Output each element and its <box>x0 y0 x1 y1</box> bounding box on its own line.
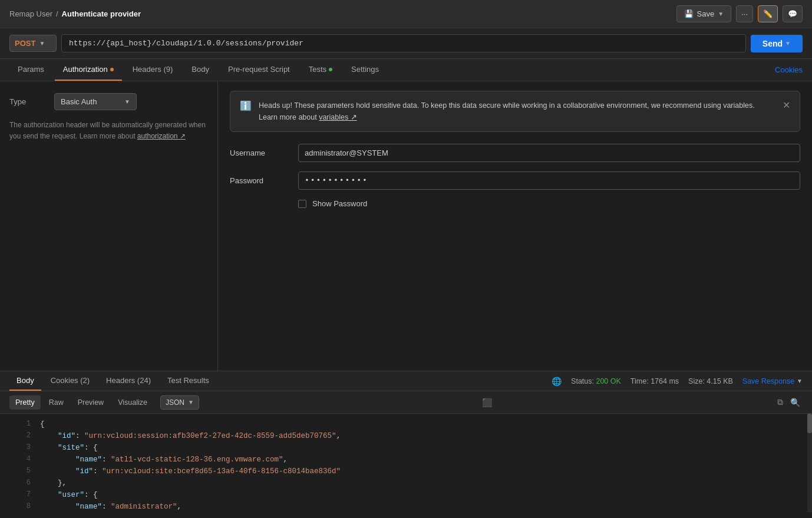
tab-body[interactable]: Body <box>183 59 217 81</box>
password-input[interactable] <box>298 171 800 190</box>
auth-description: The authorization header will be automat… <box>9 120 208 142</box>
show-password-row: Show Password <box>298 199 800 208</box>
show-password-checkbox[interactable] <box>298 200 306 208</box>
body-tab-pretty[interactable]: Pretty <box>9 395 41 410</box>
type-label: Type <box>9 97 45 106</box>
status-area: 🌐 Status: 200 OK Time: 1764 ms Size: 4.1… <box>552 377 803 386</box>
response-headers-label: Headers (24) <box>106 376 151 385</box>
method-label: POST <box>15 39 35 48</box>
body-toolbar: Pretty Raw Preview Visualize JSON ▼ ⬛ ⧉ … <box>0 391 812 414</box>
response-body-label: Body <box>16 376 34 385</box>
save-response-button[interactable]: Save Response ▼ <box>742 377 803 385</box>
breadcrumb-separator: / <box>56 9 58 18</box>
tab-params[interactable]: Params <box>9 59 52 81</box>
tab-tests-label: Tests <box>309 65 326 74</box>
tab-settings-label: Settings <box>351 65 379 74</box>
type-chevron-icon: ▼ <box>124 98 130 105</box>
format-chevron-icon: ▼ <box>188 399 194 405</box>
save-button[interactable]: 💾 Save ▼ <box>676 5 732 22</box>
type-value: Basic Auth <box>61 97 97 106</box>
tab-prerequest-label: Pre-request Script <box>228 65 290 74</box>
password-row: Password <box>230 171 800 190</box>
response-tabs-bar: Body Cookies (2) Headers (24) Test Resul… <box>0 371 812 391</box>
status-value: 200 OK <box>596 377 620 385</box>
authorization-link[interactable]: authorization ↗ <box>137 132 186 140</box>
tab-authorization-label: Authorization <box>63 65 108 74</box>
auth-right-panel: ℹ️ Heads up! These parameters hold sensi… <box>218 81 812 371</box>
username-input[interactable] <box>298 144 800 162</box>
top-bar: Remap User / Authenticate provider 💾 Sav… <box>0 0 812 28</box>
body-tab-visualize[interactable]: Visualize <box>112 395 153 410</box>
comment-icon-button[interactable]: 💬 <box>783 5 803 22</box>
comment-icon: 💬 <box>788 9 797 18</box>
send-chevron-icon: ▼ <box>785 40 791 47</box>
response-tab-cookies[interactable]: Cookies (2) <box>44 371 97 391</box>
close-banner-button[interactable]: ✕ <box>783 100 790 111</box>
code-line-8: 8 "name": "administrator", <box>0 501 812 512</box>
code-line-3: 3 "site": { <box>0 442 812 454</box>
breadcrumb-current: Authenticate provider <box>62 9 141 18</box>
save-label: Save <box>697 9 715 18</box>
password-label: Password <box>230 176 289 185</box>
format-select[interactable]: JSON ▼ <box>160 395 199 410</box>
breadcrumb-parent: Remap User <box>9 9 52 18</box>
size-info: Size: 4.15 KB <box>688 377 733 385</box>
code-line-1: 1 { <box>0 418 812 430</box>
show-password-label: Show Password <box>312 199 367 208</box>
pencil-icon: ✏️ <box>763 9 773 18</box>
response-area: Body Cookies (2) Headers (24) Test Resul… <box>0 371 812 512</box>
url-bar: POST ▼ Send ▼ <box>0 28 812 59</box>
info-banner: ℹ️ Heads up! These parameters hold sensi… <box>230 91 800 132</box>
tests-dot <box>329 68 332 71</box>
tab-settings[interactable]: Settings <box>343 59 387 81</box>
format-label: JSON <box>166 398 184 407</box>
variables-link[interactable]: variables ↗ <box>319 113 357 121</box>
send-button[interactable]: Send ▼ <box>751 35 803 52</box>
info-icon: ℹ️ <box>240 100 252 111</box>
type-select[interactable]: Basic Auth ▼ <box>54 93 137 110</box>
auth-left-panel: Type Basic Auth ▼ The authorization head… <box>0 81 218 371</box>
tabs-bar: Params Authorization Headers (9) Body Pr… <box>0 59 812 81</box>
tab-params-label: Params <box>18 65 44 74</box>
tab-headers[interactable]: Headers (9) <box>124 59 181 81</box>
cookies-link[interactable]: Cookies <box>775 60 803 80</box>
search-icon[interactable]: 🔍 <box>788 395 803 410</box>
vertical-scrollbar[interactable] <box>807 414 812 512</box>
tab-headers-label: Headers (9) <box>133 65 173 74</box>
type-row: Type Basic Auth ▼ <box>9 93 208 110</box>
edit-icon-button[interactable]: ✏️ <box>758 5 778 22</box>
tab-authorization[interactable]: Authorization <box>55 59 122 81</box>
method-chevron-icon: ▼ <box>39 40 45 47</box>
response-cookies-label: Cookies (2) <box>51 376 90 385</box>
body-tab-preview[interactable]: Preview <box>72 395 110 410</box>
more-options-button[interactable]: ··· <box>736 5 753 22</box>
response-tab-headers[interactable]: Headers (24) <box>99 371 158 391</box>
scrollbar-thumb[interactable] <box>807 414 812 433</box>
method-select[interactable]: POST ▼ <box>9 35 57 52</box>
tab-prerequest[interactable]: Pre-request Script <box>220 59 298 81</box>
code-line-6: 6 }, <box>0 477 812 489</box>
response-tab-body[interactable]: Body <box>9 371 41 391</box>
code-line-7: 7 "user": { <box>0 489 812 501</box>
response-test-results-label: Test Results <box>167 376 209 385</box>
breadcrumb: Remap User / Authenticate provider <box>9 9 141 18</box>
copy-icon[interactable]: ⧉ <box>775 395 785 410</box>
code-line-4: 4 "name": "atl1-vcd-static-128-36.eng.vm… <box>0 454 812 466</box>
time-info: Time: 1764 ms <box>631 377 679 385</box>
save-chevron-icon: ▼ <box>718 11 724 17</box>
status-label: Status: 200 OK <box>571 377 621 385</box>
top-actions: 💾 Save ▼ ··· ✏️ 💬 <box>676 5 803 22</box>
username-label: Username <box>230 149 289 157</box>
body-tab-raw[interactable]: Raw <box>43 395 70 410</box>
authorization-dot <box>110 68 114 71</box>
code-area: 1 { 2 "id": "urn:vcloud:session:afb30ef2… <box>0 414 812 512</box>
save-response-chevron-icon: ▼ <box>797 378 803 384</box>
info-text: Heads up! These parameters hold sensitiv… <box>259 100 775 123</box>
code-line-2: 2 "id": "urn:vcloud:session:afb30ef2-27e… <box>0 430 812 442</box>
response-tab-test-results[interactable]: Test Results <box>160 371 216 391</box>
status-globe-icon: 🌐 <box>552 377 562 386</box>
filter-icon[interactable]: ⬛ <box>480 395 494 410</box>
tab-tests[interactable]: Tests <box>301 59 341 81</box>
url-input[interactable] <box>61 34 746 52</box>
username-row: Username <box>230 144 800 162</box>
